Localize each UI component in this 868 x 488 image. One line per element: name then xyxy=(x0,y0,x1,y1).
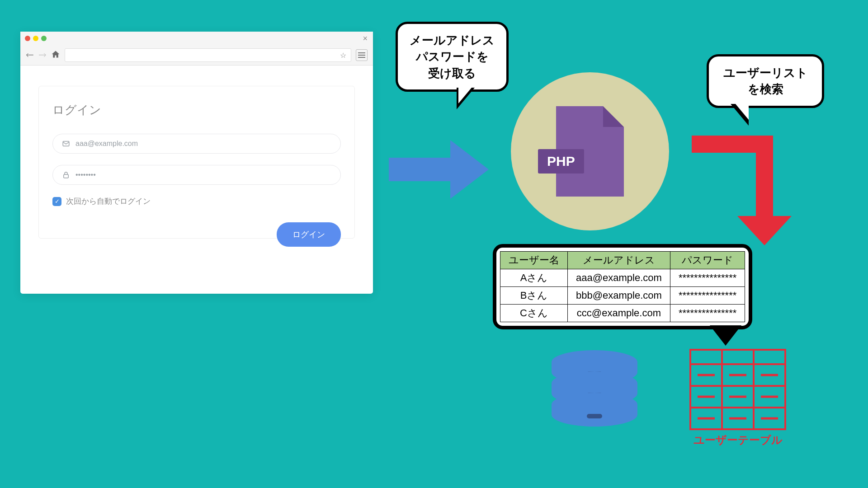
user-table-popup: ユーザー名 メールアドレス パスワード Aさんaaa@example.com**… xyxy=(493,244,752,329)
email-placeholder: aaa@example.com xyxy=(75,140,138,148)
password-field[interactable]: •••••••• xyxy=(52,165,341,185)
mail-icon xyxy=(62,140,70,148)
close-icon[interactable]: × xyxy=(363,34,368,43)
speech-bubble-receive: メールアドレス パスワードを 受け取る xyxy=(396,22,509,92)
login-card: ログイン aaa@example.com •••••••• ✓ 次回から自動でロ… xyxy=(38,86,355,239)
user-table-label: ユーザーテーブル xyxy=(689,433,786,447)
titlebar: × xyxy=(20,32,373,45)
table-row: Aさんaaa@example.com*************** xyxy=(500,269,745,287)
php-node: PHP xyxy=(511,72,669,230)
remember-row[interactable]: ✓ 次回から自動でログイン xyxy=(52,196,341,206)
forward-icon[interactable]: 🡒 xyxy=(38,51,47,60)
col-password: パスワード xyxy=(670,252,745,269)
svg-rect-1 xyxy=(64,174,69,178)
url-bar[interactable]: ☆ xyxy=(65,48,351,62)
browser-window: × 🡐 🡒 ☆ ログイン aaa@example.com •••••••• ✓ … xyxy=(20,32,373,294)
bubble-text: メールアドレス パスワードを 受け取る xyxy=(410,33,495,80)
user-table: ユーザー名 メールアドレス パスワード Aさんaaa@example.com**… xyxy=(500,251,745,322)
minimize-dot-icon[interactable] xyxy=(33,36,38,41)
back-icon[interactable]: 🡐 xyxy=(26,51,34,60)
checkbox-checked-icon[interactable]: ✓ xyxy=(52,197,61,206)
user-table-icon: ユーザーテーブル xyxy=(689,349,786,447)
table-row: Cさんccc@example.com*************** xyxy=(500,305,745,322)
home-icon[interactable] xyxy=(51,50,60,61)
php-file-icon: PHP xyxy=(556,106,624,197)
remember-label: 次回から自動でログイン xyxy=(66,196,151,206)
browser-toolbar: 🡐 🡒 ☆ xyxy=(20,45,373,66)
arrow-down-icon xyxy=(692,136,792,245)
col-username: ユーザー名 xyxy=(500,252,568,269)
close-dot-icon[interactable] xyxy=(25,36,30,41)
bookmark-star-icon[interactable]: ☆ xyxy=(340,51,346,60)
php-label: PHP xyxy=(538,149,584,174)
table-header-row: ユーザー名 メールアドレス パスワード xyxy=(500,252,745,269)
hamburger-menu-icon[interactable] xyxy=(356,49,368,61)
table-pointer-icon xyxy=(710,325,741,346)
col-email: メールアドレス xyxy=(568,252,670,269)
arrow-right-icon xyxy=(389,140,489,199)
maximize-dot-icon[interactable] xyxy=(41,36,47,41)
bubble-text: ユーザーリスト を検索 xyxy=(723,66,808,96)
speech-bubble-search: ユーザーリスト を検索 xyxy=(707,54,824,108)
lock-icon xyxy=(62,171,70,179)
table-row: Bさんbbb@example.com*************** xyxy=(500,287,745,305)
password-placeholder: •••••••• xyxy=(75,171,96,179)
login-button[interactable]: ログイン xyxy=(277,222,341,247)
login-title: ログイン xyxy=(52,102,341,118)
email-field[interactable]: aaa@example.com xyxy=(52,134,341,154)
database-icon xyxy=(552,350,637,427)
